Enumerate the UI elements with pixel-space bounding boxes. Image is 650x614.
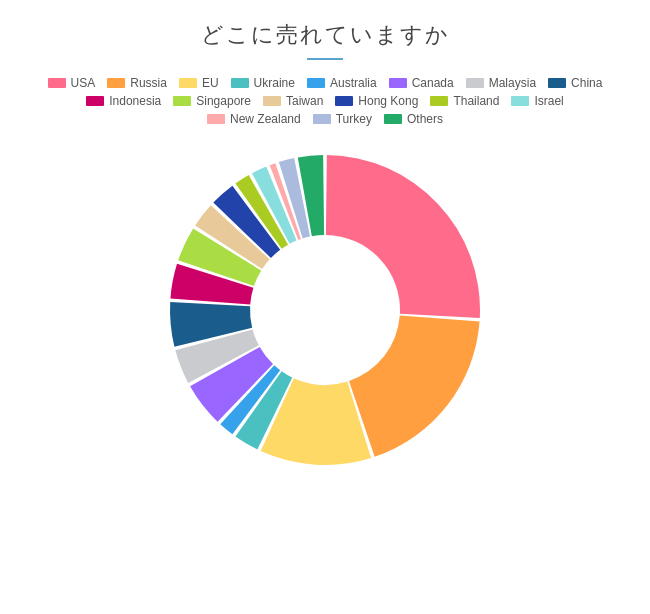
legend-color-swatch xyxy=(231,78,249,88)
legend-label: Canada xyxy=(412,76,454,90)
legend-item: Taiwan xyxy=(263,94,323,108)
legend-label: Malaysia xyxy=(489,76,536,90)
legend-item: New Zealand xyxy=(207,112,301,126)
legend-label: EU xyxy=(202,76,219,90)
legend-color-swatch xyxy=(389,78,407,88)
legend-label: USA xyxy=(71,76,96,90)
legend-color-swatch xyxy=(548,78,566,88)
title-underline xyxy=(307,58,343,60)
legend-color-swatch xyxy=(263,96,281,106)
legend-color-swatch xyxy=(173,96,191,106)
legend-item: Singapore xyxy=(173,94,251,108)
legend-color-swatch xyxy=(430,96,448,106)
legend-label: Hong Kong xyxy=(358,94,418,108)
legend-item: Russia xyxy=(107,76,167,90)
donut-segment xyxy=(326,155,480,318)
legend-label: Others xyxy=(407,112,443,126)
legend-label: Ukraine xyxy=(254,76,295,90)
legend-color-swatch xyxy=(384,114,402,124)
donut-segment xyxy=(349,316,480,457)
legend-color-swatch xyxy=(48,78,66,88)
legend-item: Hong Kong xyxy=(335,94,418,108)
legend-color-swatch xyxy=(179,78,197,88)
legend-label: Singapore xyxy=(196,94,251,108)
legend: USARussiaEUUkraineAustraliaCanadaMalaysi… xyxy=(35,76,615,126)
legend-color-swatch xyxy=(107,78,125,88)
legend-color-swatch xyxy=(307,78,325,88)
legend-item: Australia xyxy=(307,76,377,90)
legend-color-swatch xyxy=(335,96,353,106)
legend-color-swatch xyxy=(86,96,104,106)
legend-item: Malaysia xyxy=(466,76,536,90)
legend-label: Taiwan xyxy=(286,94,323,108)
legend-label: Israel xyxy=(534,94,563,108)
legend-item: EU xyxy=(179,76,219,90)
legend-label: China xyxy=(571,76,602,90)
legend-item: Others xyxy=(384,112,443,126)
legend-label: New Zealand xyxy=(230,112,301,126)
legend-label: Thailand xyxy=(453,94,499,108)
legend-item: USA xyxy=(48,76,96,90)
legend-label: Turkey xyxy=(336,112,372,126)
legend-item: Israel xyxy=(511,94,563,108)
legend-item: Canada xyxy=(389,76,454,90)
legend-color-swatch xyxy=(466,78,484,88)
legend-item: Thailand xyxy=(430,94,499,108)
legend-label: Russia xyxy=(130,76,167,90)
page-container: どこに売れていますか USARussiaEUUkraineAustraliaCa… xyxy=(0,0,650,614)
legend-color-swatch xyxy=(511,96,529,106)
legend-color-swatch xyxy=(207,114,225,124)
legend-item: Ukraine xyxy=(231,76,295,90)
legend-item: China xyxy=(548,76,602,90)
legend-label: Indonesia xyxy=(109,94,161,108)
donut-chart xyxy=(155,140,495,480)
page-title: どこに売れていますか xyxy=(201,20,450,50)
legend-label: Australia xyxy=(330,76,377,90)
legend-item: Indonesia xyxy=(86,94,161,108)
legend-color-swatch xyxy=(313,114,331,124)
legend-item: Turkey xyxy=(313,112,372,126)
